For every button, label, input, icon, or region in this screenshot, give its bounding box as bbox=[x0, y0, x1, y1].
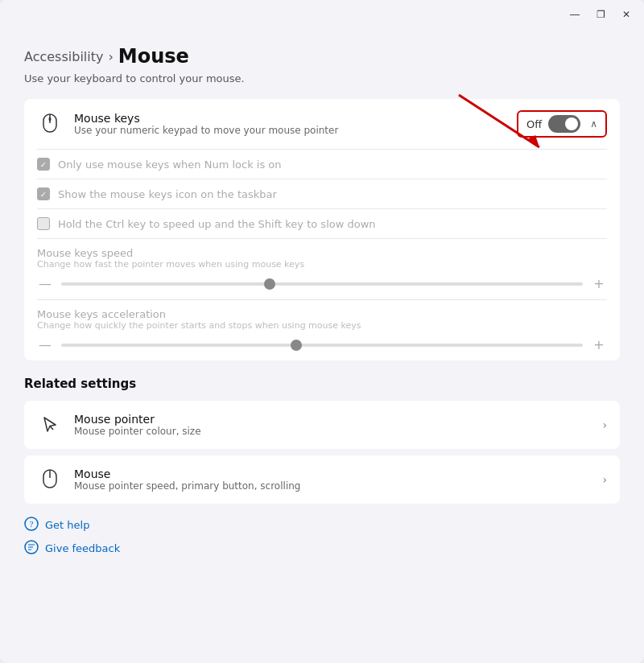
acceleration-minus-button[interactable]: — bbox=[37, 337, 53, 352]
speed-slider-row: Mouse keys speed Change how fast the poi… bbox=[24, 239, 620, 299]
taskbar-icon-label: Show the mouse keys icon on the taskbar bbox=[58, 188, 277, 200]
mouse-keys-row: Mouse keys Use your numeric keypad to mo… bbox=[24, 99, 620, 149]
acceleration-slider-title: Mouse keys acceleration bbox=[37, 308, 607, 320]
acceleration-slider-thumb[interactable] bbox=[291, 340, 302, 351]
speed-slider-controls: — + bbox=[37, 276, 607, 291]
mouse-keys-icon bbox=[37, 111, 63, 137]
acceleration-slider-desc: Change how quickly the pointer starts an… bbox=[37, 320, 607, 331]
mouse-pointer-desc: Mouse pointer colour, size bbox=[74, 426, 602, 437]
ctrl-shift-label: Hold the Ctrl key to speed up and the Sh… bbox=[58, 218, 376, 230]
related-settings-title: Related settings bbox=[24, 377, 620, 391]
speed-slider-thumb[interactable] bbox=[264, 278, 275, 290]
mouse-keys-title: Mouse keys bbox=[74, 112, 517, 125]
num-lock-option-row: Only use mouse keys when Num lock is on bbox=[24, 150, 620, 179]
main-content: Accessibility › Mouse Use your keyboard … bbox=[0, 29, 644, 663]
mouse-keys-card: Mouse keys Use your numeric keypad to mo… bbox=[24, 99, 620, 360]
breadcrumb-parent[interactable]: Accessibility bbox=[24, 49, 103, 64]
speed-slider-desc: Change how fast the pointer moves when u… bbox=[37, 259, 607, 270]
mouse-nav-icon bbox=[37, 467, 63, 492]
acceleration-plus-button[interactable]: + bbox=[591, 337, 607, 352]
title-bar: — ❐ ✕ bbox=[0, 0, 644, 29]
window: — ❐ ✕ Accessibility › Mouse Use your key… bbox=[0, 0, 644, 663]
mouse-pointer-text: Mouse pointer Mouse pointer colour, size bbox=[74, 413, 602, 437]
close-button[interactable]: ✕ bbox=[618, 6, 634, 23]
ctrl-shift-option-row: Hold the Ctrl key to speed up and the Sh… bbox=[24, 209, 620, 238]
acceleration-slider-controls: — + bbox=[37, 337, 607, 352]
mouse-desc: Mouse pointer speed, primary button, scr… bbox=[74, 480, 602, 492]
speed-slider-title: Mouse keys speed bbox=[37, 247, 607, 259]
feedback-icon bbox=[24, 540, 39, 557]
speed-plus-button[interactable]: + bbox=[591, 276, 607, 291]
num-lock-checkbox[interactable] bbox=[37, 158, 50, 171]
page-subtitle: Use your keyboard to control your mouse. bbox=[24, 72, 620, 84]
breadcrumb-separator: › bbox=[108, 49, 113, 64]
give-feedback-link[interactable]: Give feedback bbox=[24, 540, 620, 557]
mouse-text: Mouse Mouse pointer speed, primary butto… bbox=[74, 467, 602, 492]
svg-text:?: ? bbox=[30, 519, 34, 529]
taskbar-icon-checkbox[interactable] bbox=[37, 187, 50, 200]
mouse-pointer-title: Mouse pointer bbox=[74, 413, 602, 426]
mouse-pointer-chevron-icon: › bbox=[602, 418, 607, 431]
toggle-thumb bbox=[565, 117, 578, 130]
mouse-keys-toggle[interactable] bbox=[548, 115, 580, 133]
mouse-keys-desc: Use your numeric keypad to move your mou… bbox=[74, 125, 517, 136]
mouse-title: Mouse bbox=[74, 467, 602, 480]
ctrl-shift-checkbox[interactable] bbox=[37, 217, 50, 230]
num-lock-label: Only use mouse keys when Num lock is on bbox=[58, 159, 282, 171]
give-feedback-label: Give feedback bbox=[45, 542, 120, 554]
acceleration-slider-track[interactable] bbox=[61, 344, 583, 347]
minimize-button[interactable]: — bbox=[567, 6, 583, 23]
mouse-keys-text: Mouse keys Use your numeric keypad to mo… bbox=[74, 112, 517, 136]
breadcrumb-current: Mouse bbox=[118, 45, 189, 68]
taskbar-icon-option-row: Show the mouse keys icon on the taskbar bbox=[24, 179, 620, 208]
mouse-nav-item[interactable]: Mouse Mouse pointer speed, primary butto… bbox=[24, 455, 620, 504]
mouse-pointer-nav-item[interactable]: Mouse pointer Mouse pointer colour, size… bbox=[24, 401, 620, 449]
mouse-pointer-icon bbox=[37, 412, 63, 438]
get-help-label: Get help bbox=[45, 519, 89, 531]
help-icon: ? bbox=[24, 517, 39, 533]
acceleration-slider-row: Mouse keys acceleration Change how quick… bbox=[24, 300, 620, 360]
maximize-button[interactable]: ❐ bbox=[592, 6, 609, 23]
speed-minus-button[interactable]: — bbox=[37, 276, 53, 291]
chevron-up-icon[interactable]: ∧ bbox=[590, 118, 597, 130]
footer-links: ? Get help Give feedback bbox=[24, 517, 620, 557]
speed-slider-track[interactable] bbox=[61, 282, 583, 286]
related-settings-section: Related settings Mouse pointer Mouse poi… bbox=[24, 377, 620, 504]
toggle-area[interactable]: Off ∧ bbox=[517, 110, 607, 138]
get-help-link[interactable]: ? Get help bbox=[24, 517, 620, 533]
svg-point-2 bbox=[49, 117, 52, 121]
toggle-off-label: Off bbox=[526, 118, 542, 130]
breadcrumb: Accessibility › Mouse bbox=[24, 45, 620, 68]
mouse-chevron-icon: › bbox=[602, 473, 607, 486]
